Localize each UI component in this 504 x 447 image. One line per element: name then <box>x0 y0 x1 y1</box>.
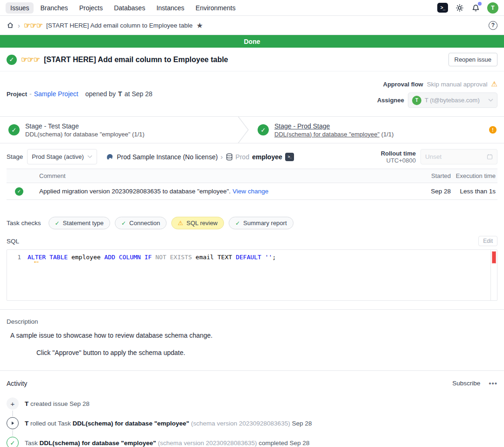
database-name[interactable]: employee <box>252 153 282 161</box>
activity-actor: T <box>25 420 28 427</box>
nav-tab-instances[interactable]: Instances <box>152 2 189 14</box>
check-badge-connection[interactable]: ✓ Connection <box>115 217 167 229</box>
check-badge-label: Connection <box>129 220 160 227</box>
pointing-right-emoji: ☞☞☞ <box>24 21 42 30</box>
assignee-label: Assignee <box>377 97 404 104</box>
task-run-started: Sep 28 <box>425 188 451 195</box>
notifications-bell-icon[interactable] <box>471 3 480 12</box>
task-run-table: Comment Started Execution time ✓ Applied… <box>7 169 497 200</box>
user-avatar[interactable]: T <box>487 2 498 14</box>
activity-prefix: Task <box>25 440 38 447</box>
opened-at: at Sep 28 <box>125 90 153 98</box>
check-badge-label: Statement type <box>63 220 104 227</box>
stage-prod-title[interactable]: Stage - Prod Stage <box>274 122 394 130</box>
rollout-time-placeholder: Unset <box>425 153 487 160</box>
assignee-select[interactable]: T T (t@bytebase.com) <box>408 92 497 108</box>
stage-select[interactable]: Prod Stage (active) <box>27 149 97 164</box>
check-badge-statement-type[interactable]: ✓ Statement type <box>49 217 111 229</box>
task-checks-label: Task checks <box>7 220 41 227</box>
check-success-icon: ✓ <box>121 220 126 227</box>
issue-meta: Project - Sample Project opened by T at … <box>0 71 504 108</box>
nav-tab-environments[interactable]: Environments <box>191 2 240 14</box>
play-circle-icon <box>7 417 19 429</box>
favorite-star-icon[interactable]: ★ <box>196 21 203 30</box>
activity-more-menu-icon[interactable]: ••• <box>489 379 497 387</box>
reopen-issue-button[interactable]: Reopen issue <box>448 53 498 66</box>
postgres-elephant-icon <box>106 153 114 161</box>
stage-pipeline: ✓ Stage - Test Stage DDL(schema) for dat… <box>0 116 504 143</box>
activity-label: Activity <box>7 380 27 387</box>
sql-statement: ALTER TABLE employee ADD COLUMN IF NOT E… <box>28 254 276 261</box>
status-banner: Done <box>0 35 504 48</box>
activity-target: DDL(schema) for database "employee" <box>73 420 189 427</box>
rollout-time-label: Rollout time <box>381 150 416 157</box>
stage-test-subtitle: DDL(schema) for database "employee" <box>25 131 130 138</box>
database-environment: Prod <box>236 153 250 161</box>
nav-tab-issues[interactable]: Issues <box>6 2 34 14</box>
task-run-row[interactable]: ✓ Applied migration version 202309280836… <box>7 183 497 200</box>
rollout-time-input[interactable]: Unset <box>420 149 497 164</box>
rollout-timezone: UTC+0800 <box>381 157 416 164</box>
chevron-down-icon <box>488 99 493 102</box>
activity-item-completed: ✓ Task DDL(schema) for database "employe… <box>7 437 497 447</box>
issue-title-row: ✓ ☞☞☞ [START HERE] Add email column to E… <box>0 48 504 71</box>
calendar-icon <box>487 154 493 160</box>
check-success-icon: ✓ <box>55 220 60 227</box>
editor-scrollbar[interactable] <box>490 250 497 300</box>
nav-tab-databases[interactable]: Databases <box>109 2 150 14</box>
issue-title: [START HERE] Add email column to Employe… <box>44 56 228 64</box>
activity-action: rolled out Task <box>30 420 71 427</box>
header-started: Started <box>425 172 451 179</box>
status-banner-label: Done <box>244 38 260 45</box>
subscribe-button[interactable]: Subscribe <box>452 380 480 387</box>
stage-prod-check-icon: ✓ <box>258 124 269 135</box>
help-icon[interactable]: ? <box>489 21 497 30</box>
open-sql-editor-icon[interactable]: >_ <box>285 153 294 161</box>
stage-test-count: (1/1) <box>132 131 145 138</box>
sql-editor[interactable]: 1 ALTER TABLE employee ADD COLUMN IF NOT… <box>7 249 497 301</box>
plus-icon: + <box>7 397 19 410</box>
stage-test[interactable]: ✓ Stage - Test Stage DDL(schema) for dat… <box>0 122 237 138</box>
activity-item-created: + T created issue Sep 28 <box>7 397 497 410</box>
header-comment: Comment <box>32 172 425 179</box>
opened-by-prefix: opened by <box>85 90 116 98</box>
chevron-right-icon: › <box>18 21 20 29</box>
home-icon[interactable] <box>7 21 14 29</box>
approval-flow-value: Skip manual approval <box>427 81 488 88</box>
activity-item-rollout: T rolled out Task DDL(schema) for databa… <box>7 417 497 429</box>
assignee-value: T (t@bytebase.com) <box>425 97 485 104</box>
activity-detail: (schema version 20230928083635) <box>191 420 290 427</box>
sql-edit-button[interactable]: Edit <box>478 236 497 246</box>
stage-select-label: Stage <box>7 153 23 160</box>
sql-warning-squiggle <box>34 261 38 263</box>
activity-detail: (schema version 20230928083635) <box>158 440 257 447</box>
view-change-link[interactable]: View change <box>232 188 268 195</box>
description-line: Click "Approve" button to apply the sche… <box>36 349 497 356</box>
activity-section: Activity Subscribe ••• + T created issue… <box>0 371 504 447</box>
activity-suffix: completed Sep 28 <box>259 440 309 447</box>
nav-tab-branches[interactable]: Branches <box>35 2 72 14</box>
stage-test-title: Stage - Test Stage <box>25 122 145 130</box>
stage-prod-subtitle[interactable]: DDL(schema) for database "employee" <box>274 131 379 138</box>
breadcrumb: › ☞☞☞ [START HERE] Add email column to E… <box>0 16 504 35</box>
sql-editor-terminal-icon[interactable]: >_ <box>437 3 448 13</box>
sql-label: SQL <box>7 238 19 245</box>
check-badge-sql-review[interactable]: ⚠ SQL review <box>171 217 224 229</box>
task-run-comment: Applied migration version 20230928083635… <box>39 188 231 195</box>
stage-prod-alert-icon[interactable]: ! <box>489 126 497 134</box>
check-badge-summary-report[interactable]: ✓ Summary report <box>229 217 293 229</box>
approval-warning-icon[interactable]: ⚠ <box>491 80 497 88</box>
activity-timeline: + T created issue Sep 28 T rolled out Ta… <box>7 397 497 447</box>
task-run-success-icon: ✓ <box>15 187 23 196</box>
database-icon <box>226 153 233 161</box>
notification-dot <box>478 2 482 6</box>
stage-prod-count: (1/1) <box>381 131 394 138</box>
task-table-header: Comment Started Execution time <box>7 169 497 183</box>
settings-gear-icon[interactable] <box>455 3 464 13</box>
project-link[interactable]: Sample Project <box>34 90 78 98</box>
nav-tab-projects[interactable]: Projects <box>75 2 108 14</box>
breadcrumb-issue-title[interactable]: [START HERE] Add email column to Employe… <box>46 22 193 29</box>
instance-name[interactable]: Prod Sample Instance (No license) <box>117 153 217 161</box>
assignee-avatar: T <box>412 96 421 105</box>
stage-prod[interactable]: ✓ Stage - Prod Stage DDL(schema) for dat… <box>249 122 504 138</box>
